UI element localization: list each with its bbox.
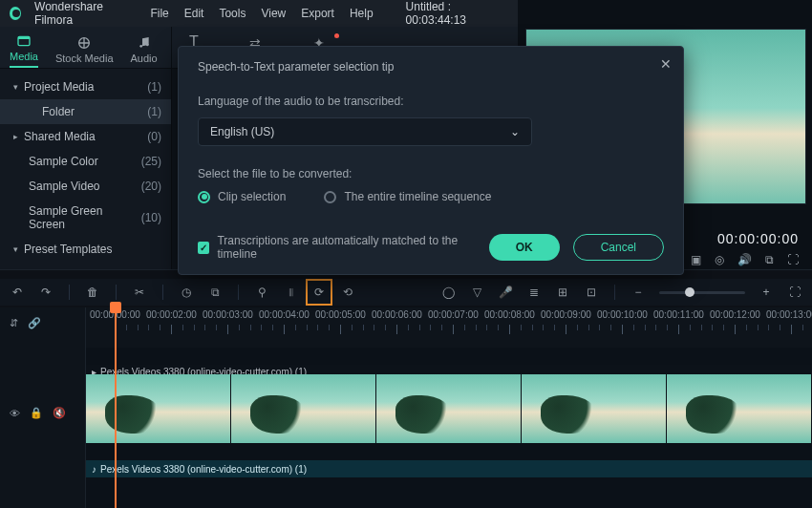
auto-sync-icon[interactable]: ⟲: [340, 285, 355, 300]
tree-preset-templates[interactable]: ▾Preset Templates: [0, 237, 171, 262]
ruler-timecode: 00:00:09:00: [541, 309, 591, 320]
ok-button[interactable]: OK: [489, 234, 560, 261]
file-select-label: Select the file to be converted:: [198, 167, 664, 180]
speaker-icon[interactable]: 🔊: [737, 253, 752, 266]
track-add-icon[interactable]: ⊡: [584, 285, 599, 300]
ruler-timecode: 00:00:03:00: [203, 309, 253, 320]
app-name: Wondershare Filmora: [34, 0, 129, 27]
speech-to-text-icon[interactable]: ⟳: [311, 285, 327, 300]
preview-timecode: 00:00:00:00: [717, 231, 799, 246]
media-panel: Media Stock Media Audio ▾Project Media(1…: [0, 27, 172, 269]
app-logo-icon: [10, 7, 21, 20]
link-icon[interactable]: 🔗: [28, 317, 41, 329]
swap-icon[interactable]: ⇵: [10, 317, 18, 329]
render-icon[interactable]: ◯: [440, 285, 456, 300]
zoom-fit-icon[interactable]: ⛶: [787, 285, 802, 300]
tree-sample-video[interactable]: Sample Video(20): [0, 174, 171, 199]
zoom-slider[interactable]: [659, 291, 745, 294]
timeline-ruler[interactable]: 00:00:00:0000:00:02:0000:00:03:0000:00:0…: [86, 307, 812, 348]
dialog-title: Speech-to-Text parameter selection tip: [198, 60, 664, 74]
svg-rect-1: [18, 36, 30, 39]
tab-stock-media[interactable]: Stock Media: [55, 35, 114, 68]
keyframe-icon[interactable]: ⊞: [555, 285, 570, 300]
zoom-out-icon[interactable]: −: [630, 285, 646, 300]
lock-icon[interactable]: 🔒: [30, 407, 43, 419]
menu-help[interactable]: Help: [350, 7, 374, 20]
svg-point-3: [139, 45, 142, 48]
radio-entire-timeline[interactable]: The entire timeline sequence: [324, 190, 491, 203]
ruler-timecode: 00:00:11:00: [653, 309, 704, 320]
redo-icon[interactable]: ↷: [38, 285, 53, 300]
ruler-timecode: 00:00:04:00: [259, 309, 310, 320]
auto-match-checkbox[interactable]: ✓Transcriptions are automatically matche…: [198, 234, 489, 261]
tree-project-media[interactable]: ▾Project Media(1): [0, 74, 171, 99]
menu-export[interactable]: Export: [301, 7, 334, 20]
language-select[interactable]: English (US)⌄: [198, 117, 532, 146]
mixer-icon[interactable]: ≣: [526, 285, 542, 300]
mute-icon[interactable]: 🔇: [53, 407, 66, 419]
ruler-timecode: 00:00:07:00: [428, 309, 479, 320]
split-icon[interactable]: ✂: [132, 285, 147, 300]
timeline-tracks: ▸ Pexels Videos 3380 (online-video-cutte…: [86, 348, 812, 508]
ruler-timecode: 00:00:05:00: [315, 309, 366, 320]
tree-folder[interactable]: Folder(1): [0, 99, 171, 124]
snapshot-icon[interactable]: ▣: [691, 253, 701, 266]
tree-shared-media[interactable]: ▸Shared Media(0): [0, 124, 171, 149]
dialog-close-icon[interactable]: ✕: [660, 56, 672, 72]
display-settings-icon[interactable]: ⧉: [765, 253, 774, 266]
ruler-timecode: 00:00:12:00: [710, 309, 760, 320]
timeline-side: ⇵🔗 👁🔒🔇: [0, 307, 86, 508]
menu-file[interactable]: File: [150, 7, 168, 20]
tree-sample-green-screen[interactable]: Sample Green Screen(10): [0, 199, 171, 237]
tab-media[interactable]: Media: [10, 33, 38, 68]
radio-clip-selection[interactable]: Clip selection: [198, 190, 286, 203]
chevron-down-icon: ⌄: [510, 125, 520, 138]
media-tabs: Media Stock Media Audio: [0, 27, 171, 69]
marker-icon[interactable]: ▽: [469, 285, 484, 300]
audio-clip-label[interactable]: ♪ Pexels Videos 3380 (online-video-cutte…: [86, 460, 812, 477]
timeline-toolbar: ↶ ↷ 🗑 ✂ ◷ ⧉ ⚲ ⫴ ⟳ ⟲ ◯ ▽ 🎤 ≣ ⊞ ⊡ − + ⛶: [0, 279, 812, 306]
menu-tools[interactable]: Tools: [219, 7, 246, 20]
speech-to-text-dialog: Speech-to-Text parameter selection tip ✕…: [178, 46, 684, 275]
ruler-timecode: 00:00:10:00: [597, 309, 648, 320]
undo-icon[interactable]: ↶: [10, 285, 25, 300]
tab-audio[interactable]: Audio: [131, 35, 158, 68]
language-label: Language of the audio to be transcribed:: [198, 95, 664, 108]
cancel-button[interactable]: Cancel: [573, 234, 664, 261]
camera-icon[interactable]: ◎: [715, 253, 724, 266]
project-title: Untitled : 00:03:44:13: [406, 0, 500, 27]
ruler-timecode: 00:00:02:00: [146, 309, 197, 320]
menu-view[interactable]: View: [261, 7, 286, 20]
crop-icon[interactable]: ⧉: [207, 285, 223, 300]
record-icon[interactable]: 🎤: [498, 285, 513, 300]
fullscreen-icon[interactable]: ⛶: [787, 253, 799, 266]
audio-mixer-icon[interactable]: ⫴: [283, 285, 298, 300]
menu-bar: File Edit Tools View Export Help: [150, 7, 373, 20]
playhead[interactable]: [115, 307, 117, 508]
video-track[interactable]: [86, 374, 812, 443]
media-tree: ▾Project Media(1) Folder(1) ▸Shared Medi…: [0, 69, 171, 267]
svg-point-4: [146, 44, 149, 47]
adjust-icon[interactable]: ⚲: [254, 285, 269, 300]
speed-icon[interactable]: ◷: [179, 285, 194, 300]
eye-icon[interactable]: 👁: [10, 408, 20, 419]
delete-icon[interactable]: 🗑: [85, 285, 100, 300]
tree-sample-color[interactable]: Sample Color(25): [0, 149, 171, 174]
menu-edit[interactable]: Edit: [184, 7, 204, 20]
zoom-in-icon[interactable]: +: [759, 285, 774, 300]
ruler-timecode: 00:00:13:00: [766, 309, 812, 320]
ruler-timecode: 00:00:06:00: [372, 309, 422, 320]
ruler-timecode: 00:00:08:00: [484, 309, 535, 320]
